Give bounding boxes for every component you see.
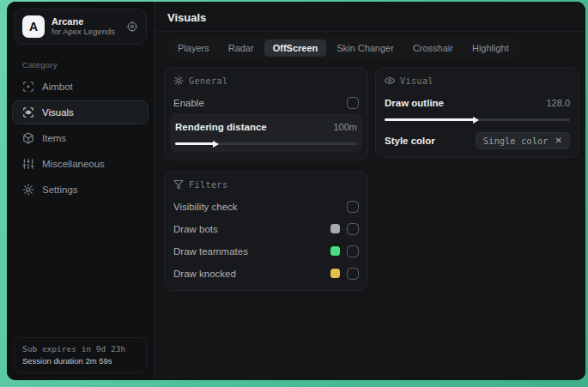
sliders-icon bbox=[22, 158, 34, 170]
draw-bots-row: Draw bots bbox=[173, 220, 359, 238]
draw-bots-label: Draw bots bbox=[173, 224, 218, 234]
app-logo: A bbox=[22, 15, 45, 38]
enable-label: Enable bbox=[173, 98, 204, 108]
rendering-distance-value: 100m bbox=[333, 122, 357, 132]
tab-offscreen[interactable]: OffScreen bbox=[264, 39, 327, 57]
category-label: Category bbox=[22, 60, 154, 70]
target-icon[interactable] bbox=[126, 21, 138, 33]
scan-eye-icon bbox=[22, 106, 34, 118]
rendering-distance-slider[interactable] bbox=[175, 142, 357, 145]
sidebar-item-label: Aimbot bbox=[42, 82, 73, 92]
eye-icon bbox=[385, 76, 395, 86]
style-color-row: Style color Single color ✕ bbox=[385, 131, 570, 149]
funnel-icon bbox=[173, 179, 184, 190]
draw-bots-controls bbox=[330, 223, 359, 235]
tab-highlight[interactable]: Highlight bbox=[464, 39, 518, 57]
general-panel-header: General bbox=[173, 76, 359, 86]
draw-outline-slider[interactable] bbox=[385, 118, 570, 121]
draw-teammates-controls bbox=[330, 245, 359, 257]
visibility-check-checkbox[interactable] bbox=[347, 201, 359, 213]
draw-teammates-row: Draw teammates bbox=[173, 242, 359, 260]
sidebar-item-label: Visuals bbox=[42, 107, 74, 118]
slider-fill[interactable] bbox=[385, 118, 474, 121]
sun-gear-icon bbox=[173, 76, 184, 86]
draw-teammates-label: Draw teammates bbox=[173, 246, 248, 257]
visual-panel: Visual Draw outline 128.0 Style color Si… bbox=[375, 67, 579, 158]
style-color-label: Style color bbox=[385, 136, 435, 146]
tab-radar[interactable]: Radar bbox=[220, 39, 263, 57]
tab-crosshair[interactable]: Crosshair bbox=[404, 39, 462, 57]
draw-knocked-color-swatch[interactable] bbox=[330, 269, 340, 278]
app-name: Arcane bbox=[52, 16, 119, 27]
style-color-selected-value: Single color bbox=[483, 136, 549, 146]
draw-knocked-row: Draw knocked bbox=[173, 264, 359, 282]
rendering-distance-row: Rendering distance 100m bbox=[175, 118, 357, 136]
main-header: Visuals bbox=[155, 2, 585, 32]
filters-panel-title: Filters bbox=[189, 180, 228, 190]
tab-bar: Players Radar OffScreen Skin Changer Cro… bbox=[167, 38, 519, 58]
app-window: A Arcane for Apex Legends Category bbox=[7, 2, 585, 380]
crosshair-scan-icon bbox=[22, 81, 34, 93]
visibility-check-label: Visibility check bbox=[173, 202, 238, 212]
draw-teammates-checkbox[interactable] bbox=[347, 245, 359, 257]
right-column: Visual Draw outline 128.0 Style color Si… bbox=[375, 67, 579, 158]
sidebar-item-items[interactable]: Items bbox=[12, 126, 149, 150]
draw-bots-checkbox[interactable] bbox=[347, 223, 359, 235]
slider-fill[interactable] bbox=[175, 142, 214, 145]
style-color-select[interactable]: Single color ✕ bbox=[476, 132, 570, 149]
session-duration-text: Session duration 2m 59s bbox=[22, 355, 138, 367]
sidebar-nav: Aimbot Visuals bbox=[7, 75, 154, 202]
draw-bots-color-swatch[interactable] bbox=[330, 224, 340, 233]
draw-outline-label: Draw outline bbox=[385, 98, 444, 108]
sidebar-item-settings[interactable]: Settings bbox=[12, 178, 149, 202]
draw-outline-row: Draw outline 128.0 bbox=[385, 94, 570, 112]
sidebar: A Arcane for Apex Legends Category bbox=[7, 2, 155, 380]
subscription-info-card: Sub expires in 9d 23h Session duration 2… bbox=[14, 337, 147, 374]
draw-teammates-color-swatch[interactable] bbox=[330, 246, 340, 256]
general-panel-title: General bbox=[189, 76, 228, 86]
sidebar-item-miscellaneous[interactable]: Miscellaneous bbox=[12, 152, 149, 176]
app-meta: Arcane for Apex Legends bbox=[52, 16, 119, 37]
visual-panel-title: Visual bbox=[400, 76, 433, 86]
draw-knocked-checkbox[interactable] bbox=[347, 268, 359, 280]
package-icon bbox=[22, 132, 34, 144]
draw-outline-value: 128.0 bbox=[546, 98, 570, 108]
draw-knocked-controls bbox=[330, 268, 359, 280]
draw-knocked-label: Draw knocked bbox=[173, 269, 236, 279]
app-subtitle: for Apex Legends bbox=[52, 27, 119, 37]
clear-icon[interactable]: ✕ bbox=[555, 136, 562, 145]
filters-panel: Filters Visibility check Draw bots bbox=[164, 171, 368, 291]
general-panel: General Enable Rendering distance 100m bbox=[164, 67, 368, 160]
sidebar-item-visuals[interactable]: Visuals bbox=[12, 100, 149, 124]
main-content: Visuals Players Radar OffScreen Skin Cha… bbox=[155, 2, 585, 380]
tab-players[interactable]: Players bbox=[169, 39, 218, 57]
sidebar-item-label: Settings bbox=[42, 184, 78, 195]
filters-panel-header: Filters bbox=[173, 179, 359, 190]
sidebar-item-aimbot[interactable]: Aimbot bbox=[12, 75, 149, 99]
sidebar-item-label: Items bbox=[42, 133, 66, 143]
visual-panel-header: Visual bbox=[385, 76, 570, 86]
enable-checkbox[interactable] bbox=[347, 97, 359, 109]
left-column: General Enable Rendering distance 100m bbox=[164, 67, 368, 291]
visibility-check-row: Visibility check bbox=[173, 197, 359, 215]
sub-expires-text: Sub expires in 9d 23h bbox=[22, 343, 138, 355]
page-title: Visuals bbox=[167, 11, 579, 24]
sidebar-item-label: Miscellaneous bbox=[42, 159, 105, 169]
rendering-distance-label: Rendering distance bbox=[175, 122, 267, 132]
gear-icon bbox=[22, 184, 34, 196]
rendering-distance-block: Rendering distance 100m bbox=[170, 113, 362, 152]
tab-skin-changer[interactable]: Skin Changer bbox=[328, 39, 403, 57]
enable-row: Enable bbox=[173, 94, 359, 112]
app-header-card: A Arcane for Apex Legends bbox=[14, 9, 147, 45]
panels-area: General Enable Rendering distance 100m bbox=[155, 58, 585, 291]
